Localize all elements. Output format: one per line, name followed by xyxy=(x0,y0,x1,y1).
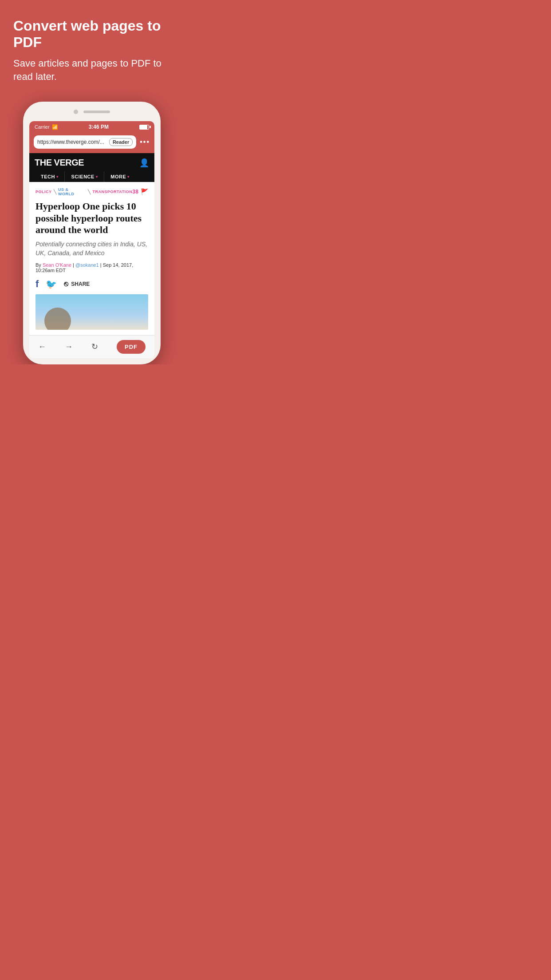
share-button[interactable]: ⎋ SHARE xyxy=(64,280,90,288)
handle-link[interactable]: @sokane1 xyxy=(75,262,99,268)
breadcrumb-transport[interactable]: TRANSPORTATION xyxy=(92,190,132,194)
carrier-label: Carrier xyxy=(35,124,50,130)
article-byline: By Sean O'Kane | @sokane1 | Sep 14, 2017… xyxy=(35,262,148,273)
social-row: f 🐦 ⎋ SHARE xyxy=(35,278,148,290)
battery-icon xyxy=(139,125,149,130)
article-image xyxy=(35,294,148,330)
byline-sep1: | xyxy=(71,262,75,268)
twitter-icon[interactable]: 🐦 xyxy=(46,279,57,289)
wifi-icon: 📶 xyxy=(52,124,58,130)
url-bar[interactable]: https://www.theverge.com/... Reader xyxy=(34,135,136,149)
more-button[interactable]: ••• xyxy=(140,138,150,146)
comment-number: 38 xyxy=(132,189,138,195)
comment-icon: 🚩 xyxy=(141,188,149,195)
nav-more-label: MORE xyxy=(110,174,126,179)
nav-science[interactable]: SCIENCE ▾ xyxy=(65,171,104,182)
tech-arrow-icon: ▾ xyxy=(56,175,59,179)
breadcrumb-world[interactable]: US & WORLD xyxy=(58,187,86,196)
reader-button[interactable]: Reader xyxy=(109,138,133,146)
breadcrumb-sep-1: ╲ xyxy=(54,190,57,194)
author-link[interactable]: Sean O'Kane xyxy=(43,262,71,268)
phone-screen: Carrier 📶 3:46 PM https://www.theverge.c… xyxy=(29,121,154,358)
phone-frame: Carrier 📶 3:46 PM https://www.theverge.c… xyxy=(23,102,161,364)
hero-subtitle: Save articles and pages to PDF to read l… xyxy=(13,57,170,84)
user-icon[interactable]: 👤 xyxy=(139,158,149,168)
facebook-icon[interactable]: f xyxy=(35,278,39,290)
image-decoration xyxy=(44,308,71,330)
nav-science-label: SCIENCE xyxy=(71,174,94,179)
hero-section: Convert web pages to PDF Save articles a… xyxy=(0,0,184,93)
share-label: SHARE xyxy=(71,281,90,287)
byline-prefix: By xyxy=(35,262,43,268)
back-button[interactable]: ← xyxy=(38,342,46,352)
verge-nav: TECH ▾ SCIENCE ▾ MORE ▾ xyxy=(35,171,149,182)
url-text: https://www.theverge.com/... xyxy=(37,139,104,145)
nav-tech-label: TECH xyxy=(41,174,55,179)
share-icon: ⎋ xyxy=(64,280,68,288)
article-subheadline: Potentially connecting cities in India, … xyxy=(35,240,148,257)
phone-top-bar xyxy=(29,108,154,118)
forward-button[interactable]: → xyxy=(65,342,73,352)
status-bar: Carrier 📶 3:46 PM xyxy=(29,121,154,133)
breadcrumb-policy[interactable]: POLICY xyxy=(35,190,52,194)
hero-text-block: Convert web pages to PDF Save articles a… xyxy=(0,0,184,93)
status-carrier: Carrier 📶 xyxy=(35,124,58,130)
science-arrow-icon: ▾ xyxy=(96,175,98,179)
status-time: 3:46 PM xyxy=(89,124,109,130)
hero-title: Convert web pages to PDF xyxy=(13,18,170,51)
comment-count[interactable]: 38 🚩 xyxy=(132,188,148,195)
more-arrow-icon: ▾ xyxy=(127,175,130,179)
battery-fill xyxy=(140,125,147,129)
breadcrumb-row: POLICY ╲ US & WORLD ╲ TRANSPORTATION 38 … xyxy=(35,187,148,196)
nav-more[interactable]: MORE ▾ xyxy=(104,171,136,182)
phone-camera xyxy=(74,110,78,114)
verge-title-row: THE VERGE 👤 xyxy=(35,158,149,168)
phone-wrapper: Carrier 📶 3:46 PM https://www.theverge.c… xyxy=(0,93,184,364)
phone-speaker xyxy=(83,111,110,113)
refresh-button[interactable]: ↻ xyxy=(91,342,98,352)
bottom-nav-bar: ← → ↻ PDF xyxy=(29,335,154,358)
breadcrumb-sep-2: ╲ xyxy=(88,190,91,194)
verge-logo: THE VERGE xyxy=(35,158,84,168)
nav-tech[interactable]: TECH ▾ xyxy=(35,171,65,182)
url-bar-container: https://www.theverge.com/... Reader ••• xyxy=(29,133,154,153)
verge-header: THE VERGE 👤 TECH ▾ SCIENCE ▾ MORE ▾ xyxy=(29,153,154,182)
pdf-button[interactable]: PDF xyxy=(117,340,146,354)
article-content: POLICY ╲ US & WORLD ╲ TRANSPORTATION 38 … xyxy=(29,182,154,335)
article-headline: Hyperloop One picks 10 possible hyperloo… xyxy=(35,201,148,236)
